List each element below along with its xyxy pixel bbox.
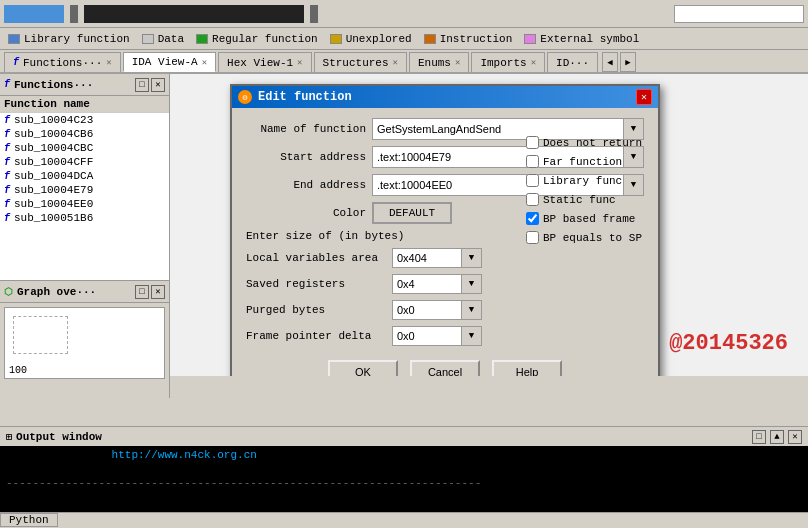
size-saved-input[interactable] <box>392 274 462 294</box>
panel-btn-lock[interactable]: □ <box>135 78 149 92</box>
dialog-color-button[interactable]: DEFAULT <box>372 202 452 224</box>
size-frame-delta-dropdown-btn[interactable]: ▼ <box>462 326 482 346</box>
toolbar-separator2 <box>310 5 318 23</box>
func-item-7[interactable]: f sub_100051B6 <box>0 211 169 225</box>
toolbar-bar-dark <box>84 5 304 23</box>
tab-functions-close[interactable]: ✕ <box>106 57 111 68</box>
graph-dotted-box <box>13 316 68 354</box>
func-icon-7: f <box>4 213 10 224</box>
output-icon: ⊞ <box>6 431 12 443</box>
output-tab-python[interactable]: Python <box>0 513 58 527</box>
legend-label-external: External symbol <box>540 33 639 45</box>
toolbar-search-input[interactable] <box>674 5 804 23</box>
dialog-cancel-button[interactable]: Cancel <box>410 360 480 376</box>
size-row-purged: Purged bytes ▼ <box>246 300 644 320</box>
output-line-0: 火星信息安全研究院 http://www.n4ck.org.cn <box>6 448 802 462</box>
size-frame-delta-input[interactable] <box>392 326 462 346</box>
panel-btn-close[interactable]: ✕ <box>151 78 165 92</box>
size-row-frame-delta: Frame pointer delta ▼ <box>246 326 644 346</box>
checkbox-bp-based-frame-label: BP based frame <box>543 213 635 225</box>
dialog-color-value: DEFAULT <box>389 207 435 219</box>
size-saved-dropdown-btn[interactable]: ▼ <box>462 274 482 294</box>
tab-structures[interactable]: Structures ✕ <box>314 52 407 72</box>
toolbar-separator <box>70 5 78 23</box>
func-icon-3: f <box>4 157 10 168</box>
size-frame-delta-dropdown: ▼ <box>392 326 482 346</box>
tab-hex-view[interactable]: Hex View-1 ✕ <box>218 52 311 72</box>
func-item-5[interactable]: f sub_10004E79 <box>0 183 169 197</box>
tab-structures-label: Structures <box>323 57 389 69</box>
tab-id[interactable]: ID··· <box>547 52 598 72</box>
dialog-ok-button[interactable]: OK <box>328 360 398 376</box>
tab-ida-label: IDA View-A <box>132 56 198 68</box>
dialog-help-button[interactable]: Help <box>492 360 562 376</box>
graph-overview-panel: ⬡ Graph ove··· □ ✕ 100 <box>0 280 170 398</box>
func-item-3[interactable]: f sub_10004CFF <box>0 155 169 169</box>
output-tab-bar: Python <box>0 512 808 528</box>
func-name-1: sub_10004CB6 <box>14 128 93 140</box>
dialog-start-label: Start address <box>246 151 366 163</box>
dialog-name-label: Name of function <box>246 123 366 135</box>
func-name-4: sub_10004DCA <box>14 170 93 182</box>
checkbox-far-function-label: Far function <box>543 156 622 168</box>
tab-ida-view[interactable]: IDA View-A ✕ <box>123 52 216 72</box>
size-local-dropdown-btn[interactable]: ▼ <box>462 248 482 268</box>
tab-structures-close[interactable]: ✕ <box>393 57 398 68</box>
tab-functions[interactable]: f Functions··· ✕ <box>4 52 121 72</box>
graph-panel-btn-close[interactable]: ✕ <box>151 285 165 299</box>
func-icon-1: f <box>4 129 10 140</box>
legend-library-function: Library function <box>8 33 130 45</box>
dialog-close-button[interactable]: ✕ <box>636 89 652 105</box>
checkbox-does-not-return-input[interactable] <box>526 136 539 149</box>
output-title: Output window <box>16 431 102 443</box>
checkbox-far-function: Far function <box>526 155 642 168</box>
dialog-title-text: Edit function <box>258 90 352 104</box>
legend-regular-function: Regular function <box>196 33 318 45</box>
checkbox-far-function-input[interactable] <box>526 155 539 168</box>
size-purged-input[interactable] <box>392 300 462 320</box>
tab-imports-close[interactable]: ✕ <box>531 57 536 68</box>
graph-number: 100 <box>9 365 27 376</box>
output-url[interactable]: http://www.n4ck.org.cn <box>112 449 257 461</box>
graph-panel-btn-lock[interactable]: □ <box>135 285 149 299</box>
tab-hex-close[interactable]: ✕ <box>297 57 302 68</box>
func-item-0[interactable]: f sub_10004C23 <box>0 113 169 127</box>
tab-enums[interactable]: Enums ✕ <box>409 52 469 72</box>
tab-enums-close[interactable]: ✕ <box>455 57 460 68</box>
top-toolbar <box>0 0 808 28</box>
output-controls: □ ▲ ✕ <box>752 430 802 444</box>
checkbox-library-func-input[interactable] <box>526 174 539 187</box>
func-icon-4: f <box>4 171 10 182</box>
output-btn-close[interactable]: ✕ <box>788 430 802 444</box>
checkbox-bp-based-frame-input[interactable] <box>526 212 539 225</box>
checkbox-static-func-input[interactable] <box>526 193 539 206</box>
size-purged-dropdown-btn[interactable]: ▼ <box>462 300 482 320</box>
dialog-title-icon: ⚙ <box>238 90 252 104</box>
tab-nav-prev[interactable]: ◀ <box>602 52 618 72</box>
checkbox-does-not-return-label: Does not return <box>543 137 642 149</box>
functions-list-header: Function name <box>0 96 169 113</box>
output-panel-header: ⊞ Output window □ ▲ ✕ <box>0 426 808 446</box>
dialog-checkboxes: Does not return Far function Library fun… <box>526 136 642 250</box>
checkbox-bp-equals-sp-input[interactable] <box>526 231 539 244</box>
func-item-2[interactable]: f sub_10004CBC <box>0 141 169 155</box>
tab-ida-close[interactable]: ✕ <box>202 57 207 68</box>
legend-color-library <box>8 34 20 44</box>
func-icon-2: f <box>4 143 10 154</box>
output-chinese: 火星信息安全研究院 <box>6 449 112 461</box>
dialog-title-bar: ⚙ Edit function ✕ <box>232 86 658 108</box>
size-local-input[interactable] <box>392 248 462 268</box>
tab-imports-label: Imports <box>480 57 526 69</box>
func-item-4[interactable]: f sub_10004DCA <box>0 169 169 183</box>
func-item-6[interactable]: f sub_10004EE0 <box>0 197 169 211</box>
output-btn-max[interactable]: ▲ <box>770 430 784 444</box>
dialog-body: Name of function ▼ Start address ▼ <box>232 108 658 376</box>
dialog-end-label: End address <box>246 179 366 191</box>
tab-imports[interactable]: Imports ✕ <box>471 52 545 72</box>
func-item-1[interactable]: f sub_10004CB6 <box>0 127 169 141</box>
edit-function-dialog: ⚙ Edit function ✕ Name of function ▼ Sta… <box>230 84 660 376</box>
tab-functions-icon: f <box>13 57 19 68</box>
legend-color-regular <box>196 34 208 44</box>
output-btn-float[interactable]: □ <box>752 430 766 444</box>
tab-nav-next[interactable]: ▶ <box>620 52 636 72</box>
